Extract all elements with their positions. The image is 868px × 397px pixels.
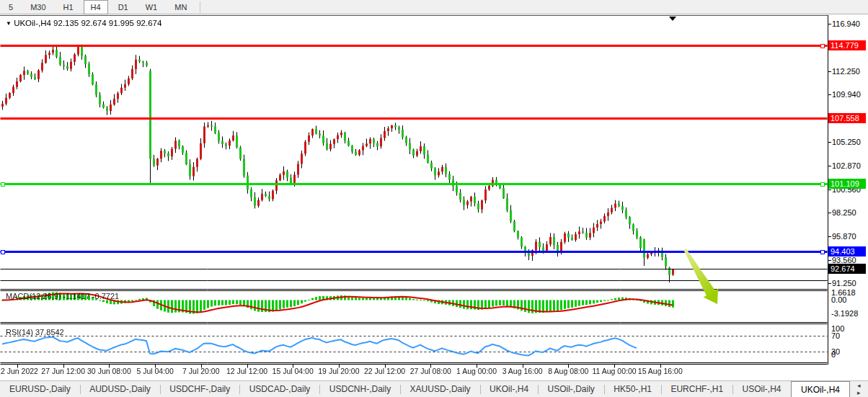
date-tick-label: 7 Jul 20:00: [182, 367, 219, 375]
timeframe-button-5[interactable]: 5: [1, 0, 20, 14]
tab-usdchf-daily[interactable]: USDCHF-,Daily: [160, 381, 239, 397]
level-price-label: 101.109: [828, 179, 866, 189]
macd-scale-label: 0.00: [831, 295, 846, 304]
tab-hk50-h1[interactable]: HK50-,H1: [604, 381, 661, 397]
date-tick-label: 30 Jun 08:00: [87, 367, 131, 375]
date-tick-label: 11 Aug 00:00: [593, 367, 637, 375]
timeframe-toolbar: 5M30H1H4D1W1MN: [0, 0, 868, 14]
date-tick-label: 15 Aug 16:00: [638, 367, 683, 375]
date-tick-label: 1 Aug 00:00: [456, 367, 497, 375]
date-tick-label: 27 Jun 12:00: [41, 367, 85, 375]
level-price-label: 114.779: [828, 40, 866, 50]
tab-audusd-daily[interactable]: AUDUSD-,Daily: [80, 381, 160, 397]
timeframe-button-m30[interactable]: M30: [23, 0, 53, 14]
tab-usdcnh-daily[interactable]: USDCNH-,Daily: [320, 381, 400, 397]
tab-ukoil-h4[interactable]: UKOil-,H4: [480, 381, 538, 397]
price-chart-canvas[interactable]: [0, 15, 828, 380]
rsi-label: RSI(14) 37.8542: [6, 328, 64, 336]
date-tick-label: 22 Jun 2022: [0, 367, 38, 375]
price-tick-label: 109.940: [832, 90, 861, 99]
level-price-label: 107.558: [828, 113, 866, 123]
chart-title: ▼ UKOil-,H4 92.135 92.674 91.995 92.674: [6, 19, 161, 27]
tab-usoil-daily[interactable]: USOil-,Daily: [539, 381, 604, 397]
price-tick-label: 116.940: [832, 19, 860, 29]
price-tick-label: 91.250: [832, 279, 856, 288]
rsi-scale-label: 0: [831, 350, 836, 359]
price-tick-label: 112.250: [832, 67, 860, 76]
tab-scroll-arrows[interactable]: ◂ ▸: [850, 381, 868, 397]
tab-usdcad-daily[interactable]: USDCAD-,Daily: [240, 381, 320, 397]
rsi-scale-label: 70: [831, 331, 840, 340]
last-bar-marker-icon: [669, 17, 676, 21]
price-tick-label: 98.250: [832, 208, 856, 218]
chart-symbol: UKOil-,H4: [14, 19, 51, 27]
date-tick-label: 5 Jul 04:00: [136, 367, 173, 375]
date-tick-label: 19 Jul 20:00: [318, 367, 359, 375]
toolbar-separator: [200, 1, 200, 13]
tab-usoil-h4[interactable]: USOil-,H4: [733, 381, 791, 397]
macd-scale-label: -3.1928: [831, 309, 858, 318]
date-tick-label: 3 Aug 16:00: [502, 367, 543, 375]
date-tick-label: 22 Jul 12:00: [364, 367, 405, 375]
macd-label: MACD(12,26,9) -1.1417 -0.7721: [6, 292, 119, 300]
date-tick-label: 15 Jul 04:00: [273, 367, 314, 375]
timeframe-button-mn[interactable]: MN: [167, 0, 194, 14]
chevron-down-icon[interactable]: ▼: [6, 20, 12, 27]
tab-xauusd-daily[interactable]: XAUUSD-,Daily: [401, 381, 480, 397]
tab-eurchf-h1[interactable]: EURCHF-,H1: [661, 381, 732, 397]
tab-eurusd-daily[interactable]: EURUSD-,Daily: [0, 381, 80, 397]
date-tick-label: 8 Aug 08:00: [548, 367, 588, 375]
date-tick-label: 27 Jul 08:00: [410, 367, 451, 375]
level-price-label: 94.403: [828, 246, 866, 257]
price-tick-label: 105.250: [832, 138, 861, 147]
symbol-tab-bar: EURUSD-,DailyAUDUSD-,DailyUSDCHF-,DailyU…: [0, 380, 868, 397]
price-tick-label: 102.870: [832, 161, 861, 171]
timeframe-button-h4[interactable]: H4: [84, 0, 108, 14]
date-tick-label: 12 Jul 12:00: [226, 367, 267, 375]
price-tick-label: 95.870: [832, 232, 856, 241]
trend-arrow-annotation[interactable]: [670, 241, 735, 317]
tab-ukoil-h4[interactable]: UKOil-,H4: [791, 381, 850, 397]
timeframe-button-w1[interactable]: W1: [138, 0, 165, 14]
level-price-label: 92.674: [828, 264, 866, 274]
chart-ohlc-values: 92.135 92.674 91.995 92.674: [53, 19, 161, 27]
trading-terminal: 5M30H1H4D1W1MN ▼ UKOil-,H4 92.135 92.674…: [0, 0, 868, 397]
timeframe-button-d1[interactable]: D1: [111, 0, 136, 14]
timeframe-button-h1[interactable]: H1: [56, 0, 81, 14]
